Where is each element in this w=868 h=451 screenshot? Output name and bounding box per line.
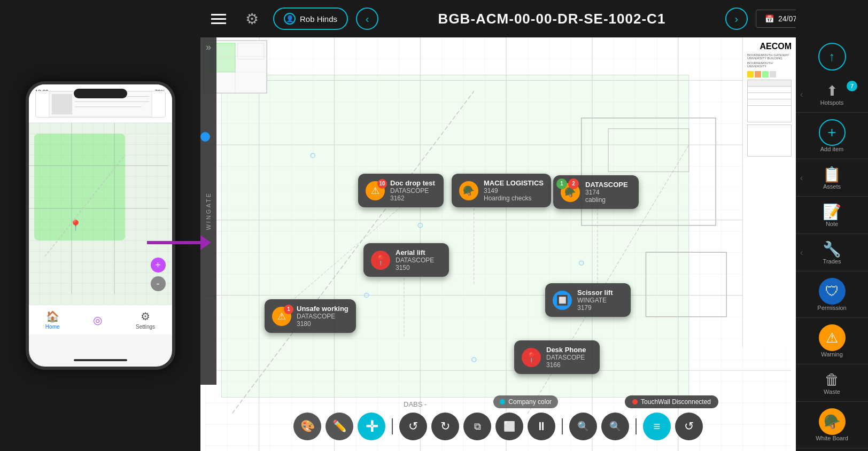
pencil-button[interactable]: ✏️ xyxy=(326,413,353,440)
sidebar-section-add-item[interactable]: + Add item xyxy=(796,113,868,159)
frame-button[interactable]: ⬜ xyxy=(495,413,523,440)
sidebar-section-assets[interactable]: ‹ 📋 Assets xyxy=(796,159,868,197)
warning-icon: ⚠ xyxy=(819,324,846,351)
hotspot-datascope-3174[interactable]: 🪖 1 2 DATASCOPE 3174 cabling xyxy=(553,175,639,209)
arrow-head xyxy=(200,235,211,250)
pause-button[interactable]: ⏸ xyxy=(528,413,555,440)
user-button[interactable]: 👤 Rob Hinds xyxy=(273,7,348,30)
warning-label: Warning xyxy=(821,351,843,357)
copy-button[interactable]: ⧉ xyxy=(463,413,491,440)
phone-nav-settings[interactable]: ⚙ Settings xyxy=(136,310,155,330)
right-sidebar: ↑ ‹ ⬆ 7 Hotspots + Add item ‹ 📋 Assets 📝… xyxy=(796,0,868,451)
hotspot-unsafe-id: 3180 xyxy=(297,320,348,328)
hotspot-scissor-id: 3179 xyxy=(577,304,613,312)
hotspot-mace-logistics[interactable]: 🪖 MACE LOGISTICS 3149 Hoarding checks xyxy=(452,174,551,207)
menu-button[interactable]: ≡ xyxy=(643,413,671,440)
sidebar-section-whiteboard[interactable]: 🪖 White Board xyxy=(796,402,868,448)
hotspot-scissor-info: Scissor lift WINGATE 3179 xyxy=(577,289,613,312)
user-name: Rob Hinds xyxy=(300,14,337,24)
hotspot-aerial-info: Aerial lift DATASCOPE 3150 xyxy=(396,248,434,271)
gear-button[interactable]: ⚙ xyxy=(238,5,265,32)
hotspot-scissor-lift[interactable]: 🔲 Scissor lift WINGATE 3179 xyxy=(545,283,631,317)
hotspot-mace-icon: 🪖 xyxy=(459,181,478,200)
nav-forward-button[interactable]: › xyxy=(725,7,748,30)
undo-button[interactable]: ↺ xyxy=(399,413,427,440)
separator-3 xyxy=(636,418,637,434)
hotspot-aerial-name: Aerial lift xyxy=(396,248,434,256)
sidebar-section-waste[interactable]: 🗑 Waste xyxy=(796,364,868,402)
map-background xyxy=(200,37,796,451)
arrow-shaft xyxy=(147,241,200,244)
hotspot-unsafe-working[interactable]: ⚠ 1 Unsafe working DATASCOPE 3180 xyxy=(265,299,356,333)
phone-panel: 13:20 70% ‹ Doc Drop xyxy=(0,0,200,451)
user-icon: 👤 xyxy=(284,13,296,25)
hotspot-datascope-3174-id: cabling xyxy=(585,196,628,204)
sidebar-top: ↑ xyxy=(818,37,846,76)
map-area[interactable]: ⚠ 10 Doc drop test DATASCOPE 3162 🪖 MACE… xyxy=(200,37,796,451)
hotspot-warning-icon: ⚠ 10 xyxy=(366,181,385,200)
hotspot-scissor-icon: 🔲 xyxy=(553,291,572,310)
redo-button[interactable]: ↻ xyxy=(431,413,459,440)
zoom-in-button[interactable]: 🔍 xyxy=(569,413,597,440)
phone-notch xyxy=(74,89,127,98)
hamburger-button[interactable] xyxy=(211,9,230,28)
legend-yellow xyxy=(747,71,754,77)
settings-icon: ⚙ xyxy=(141,310,150,323)
note-label: Note xyxy=(826,221,838,227)
refresh-button[interactable]: ↺ xyxy=(675,413,703,440)
palette-button[interactable]: 🎨 xyxy=(293,413,321,440)
hotspot-doc-drop-test[interactable]: ⚠ 10 Doc drop test DATASCOPE 3162 xyxy=(358,174,444,207)
phone-nav-activity[interactable]: ◎ xyxy=(93,314,102,326)
svg-rect-1 xyxy=(51,94,72,114)
hotspot-badge-1: 1 xyxy=(284,305,293,314)
phone-zoom-minus[interactable]: - xyxy=(151,276,166,291)
move-button[interactable]: ✛ xyxy=(358,413,385,440)
hotspot-scissor-company: WINGATE xyxy=(577,297,613,304)
chevron-hotspots-icon: ‹ xyxy=(800,90,803,99)
hotspot-doc-drop-company: DATASCOPE xyxy=(390,187,435,195)
hotspot-scissor-name: Scissor lift xyxy=(577,289,613,297)
hotspot-desk-name: Desk Phone xyxy=(546,346,586,354)
phone-map[interactable]: 📍 + - xyxy=(29,123,172,305)
wingate-panel[interactable]: » WINGATE xyxy=(200,37,216,385)
scroll-up-button[interactable]: ↑ xyxy=(818,43,846,71)
sidebar-section-note[interactable]: 📝 Note xyxy=(796,197,868,234)
hotspots-label: Hotspots xyxy=(820,99,843,106)
permission-icon: 🛡 xyxy=(819,278,846,305)
hotspot-aerial-lift[interactable]: 📍 Aerial lift DATASCOPE 3150 xyxy=(363,243,449,277)
nav-back-button[interactable]: ‹ xyxy=(356,7,378,30)
sidebar-section-hotspots[interactable]: ‹ ⬆ 7 Hotspots xyxy=(796,76,868,113)
hotspot-unsafe-info: Unsafe working DATASCOPE 3180 xyxy=(297,305,348,328)
sidebar-bottom: ↓ xyxy=(819,448,846,451)
wingate-label: WINGATE xyxy=(205,192,212,230)
hotspot-unsafe-icon: ⚠ 1 xyxy=(272,307,291,326)
hotspot-desk-company: DATASCOPE xyxy=(546,354,586,361)
company-color-badge: Company color xyxy=(493,395,558,408)
header: ⚙ 👤 Rob Hinds ‹ BGB-ACM-00-00-DR-SE-1002… xyxy=(200,0,868,37)
phone-home-label: Home xyxy=(45,324,60,330)
sidebar-section-warning[interactable]: ⚠ Warning xyxy=(796,318,868,364)
hotspot-aerial-company: DATASCOPE xyxy=(396,256,434,264)
table-row-3 xyxy=(748,99,791,106)
trades-icon: 🔧 xyxy=(823,240,841,258)
phone-nav-home[interactable]: 🏠 Home xyxy=(45,310,60,330)
calendar-icon: 📅 xyxy=(765,14,774,23)
bottom-toolbar: 🎨 ✏️ ✛ ↺ ↻ ⧉ ⬜ ⏸ 🔍 🔍 ≡ ↺ xyxy=(200,413,796,440)
phone-zoom-plus[interactable]: + xyxy=(151,258,166,273)
legend-colors xyxy=(747,71,792,77)
table-header xyxy=(748,80,791,87)
cyan-dot xyxy=(500,399,505,405)
legend-green xyxy=(762,71,769,77)
chevron-trades-icon: ‹ xyxy=(800,248,803,258)
sidebar-section-trades[interactable]: ‹ 🔧 Trades xyxy=(796,234,868,271)
zoom-out-button[interactable]: 🔍 xyxy=(601,413,629,440)
badge-red-2: 2 xyxy=(568,178,579,189)
touchwall-label: TouchWall Disconnected xyxy=(641,398,711,406)
whiteboard-label: White Board xyxy=(816,435,848,441)
sidebar-section-permission[interactable]: 🛡 Permission xyxy=(796,271,868,318)
trades-label: Trades xyxy=(823,258,841,265)
hotspot-desk-phone[interactable]: 📍 Desk Phone DATASCOPE 3166 xyxy=(514,340,600,374)
waste-icon: 🗑 xyxy=(825,371,840,388)
hotspot-aerial-id: 3150 xyxy=(396,264,434,271)
doc-subtitle1: BOURNEMOUTH GATEWAY UNIVERSITY BUILDING xyxy=(747,53,792,60)
